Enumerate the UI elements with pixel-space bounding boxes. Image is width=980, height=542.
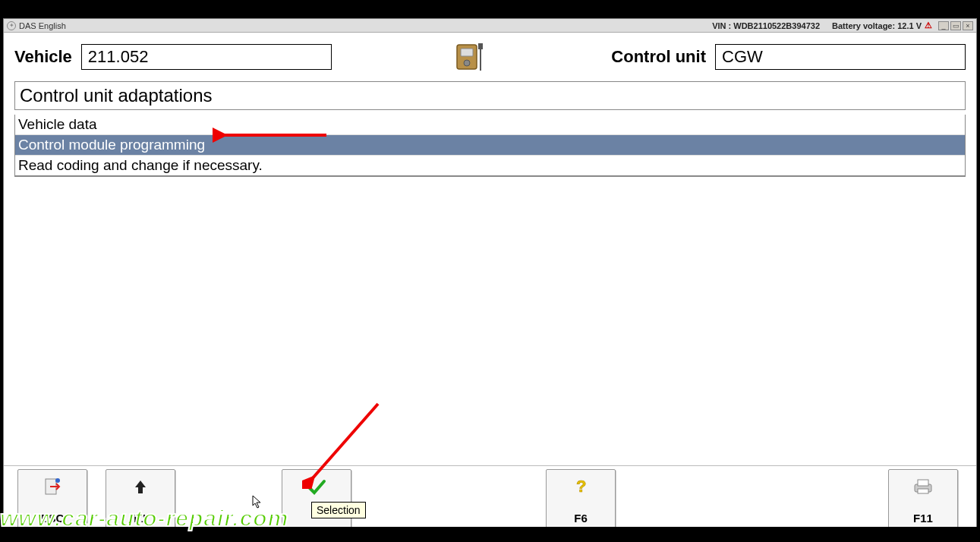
list-item-control-module-programming[interactable]: Control module programming [15,135,965,156]
vin-info: VIN : WDB2110522B394732 [712,21,820,30]
f3-tooltip: Selection [311,502,366,518]
close-button[interactable]: × [963,21,973,30]
vehicle-label: Vehicle [14,47,72,67]
adaptation-list: Vehicle data Control module programming … [14,115,966,177]
titlebar: ✦ DAS English VIN : WDB2110522B394732 Ba… [4,19,976,33]
vehicle-field: 211.052 [81,44,332,70]
f11-button[interactable]: F11 [888,469,958,530]
minimize-button[interactable]: _ [938,21,949,30]
page-title-box: Control unit adaptations [14,81,966,110]
checkmark-icon [307,476,326,497]
battery-warn-icon: ⚠ [925,20,932,30]
content-area: Vehicle 211.052 Control unit CGW Control… [4,33,976,529]
list-item-read-coding[interactable]: Read coding and change if necessary. [15,156,965,176]
svg-rect-10 [918,489,928,493]
exit-door-icon [43,476,62,497]
app-title: DAS English [19,21,66,30]
svg-point-6 [55,478,60,483]
list-item-vehicle-data[interactable]: Vehicle data [15,115,965,135]
svg-rect-4 [480,49,481,71]
page-title: Control unit adaptations [20,85,960,106]
svg-rect-3 [478,43,483,49]
maximize-button[interactable]: ▭ [950,21,961,30]
watermark: www.car-auto-repair.com [0,506,288,531]
svg-text:?: ? [576,477,586,496]
control-unit-field: CGW [715,44,966,70]
battery-info: Battery voltage: 12.1 V [832,21,922,30]
control-unit-label: Control unit [611,47,706,67]
app-window: ✦ DAS English VIN : WDB2110522B394732 Ba… [3,18,977,530]
svg-rect-9 [918,480,928,486]
mercedes-logo-icon: ✦ [7,21,16,30]
multiplexer-icon [341,40,603,74]
f11-label: F11 [913,512,933,525]
printer-icon [912,476,934,497]
svg-point-2 [464,60,470,66]
svg-rect-1 [461,49,473,56]
help-icon: ? [572,476,590,497]
f6-button[interactable]: ? F6 [546,469,616,530]
f3-button[interactable]: Selection [282,469,351,530]
f6-label: F6 [574,512,588,525]
up-arrow-icon [132,476,149,497]
